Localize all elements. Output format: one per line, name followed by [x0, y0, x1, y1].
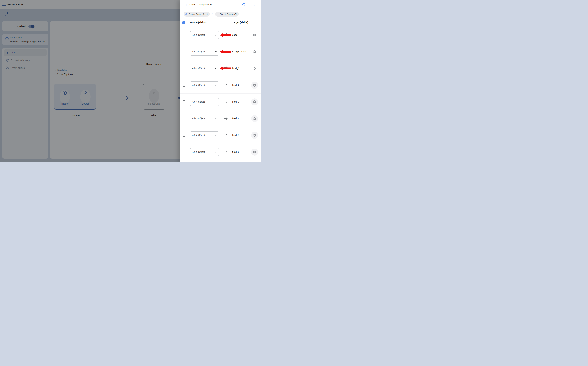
- screen: Fracttal Hub Enabled Information You hav…: [0, 0, 261, 162]
- field-settings-button[interactable]: [251, 115, 258, 122]
- target-field-name: id_type_item: [232, 50, 246, 53]
- field-mapping-row: All -> Object field_1: [180, 60, 261, 77]
- source-field-dropdown[interactable]: All -> Object: [190, 48, 219, 56]
- mapping-arrow-icon: [224, 134, 228, 137]
- target-field-name: field_3: [232, 100, 239, 103]
- chevron-down-icon: [215, 135, 217, 136]
- dropdown-value: All -> Object: [192, 84, 205, 86]
- row-checkbox[interactable]: [183, 117, 185, 120]
- gear-icon: [253, 84, 256, 87]
- row-checkbox[interactable]: [183, 134, 185, 137]
- chevron-down-icon: [215, 52, 217, 53]
- target-field-name: field_4: [232, 117, 239, 120]
- source-field-dropdown[interactable]: All -> Object: [190, 98, 219, 106]
- mapping-arrow-icon: [224, 151, 228, 154]
- red-annotation-arrow: [220, 49, 231, 54]
- source-field-dropdown[interactable]: All -> Object: [190, 31, 219, 39]
- drawer-header: Fields Configuration: [180, 0, 261, 9]
- mapping-arrow-icon: [224, 117, 228, 120]
- field-settings-button[interactable]: [251, 132, 258, 139]
- overlay-scrim[interactable]: [0, 0, 180, 162]
- dropdown-value: All -> Object: [192, 134, 205, 137]
- gear-icon: [253, 67, 256, 70]
- confirm-check-icon[interactable]: [253, 3, 256, 7]
- field-settings-button[interactable]: [251, 99, 258, 106]
- target-field-name: field_1: [232, 67, 239, 70]
- chevron-down-icon: [215, 68, 217, 69]
- red-annotation-arrow: [220, 66, 231, 71]
- gear-icon: [253, 33, 256, 37]
- target-field-name: code: [232, 34, 237, 36]
- download-icon: [217, 13, 219, 15]
- row-checkbox[interactable]: [183, 100, 185, 103]
- dropdown-value: All -> Object: [192, 50, 205, 53]
- field-mapping-row: All -> Object code: [180, 27, 261, 44]
- red-annotation-arrow: [220, 33, 231, 38]
- field-mapping-row: All -> Object id_type_item: [180, 44, 261, 60]
- connection-chips: Source: Google Sheet Target: Fracttal AP…: [184, 12, 239, 17]
- history-icon[interactable]: [242, 3, 246, 7]
- target-chip-label: Target: Fracttal API: [220, 13, 236, 15]
- field-settings-button[interactable]: [251, 48, 258, 55]
- source-chip[interactable]: Source: Google Sheet: [184, 12, 210, 17]
- gear-icon: [253, 100, 256, 104]
- field-mapping-row: All -> Object field_6: [180, 144, 261, 160]
- chevron-down-icon: [215, 102, 217, 103]
- chevron-left-icon[interactable]: [185, 3, 188, 6]
- chevron-down-icon: [215, 152, 217, 153]
- chevron-down-icon: [215, 35, 217, 36]
- fields-configuration-drawer: Fields Configuration Source: Google Shee…: [180, 0, 261, 162]
- mapping-arrow-icon: [224, 100, 228, 104]
- target-field-name: field_2: [232, 84, 239, 86]
- source-chip-label: Source: Google Sheet: [189, 13, 208, 15]
- source-fields-column-header: Source (Fields): [190, 21, 206, 24]
- gear-icon: [253, 134, 256, 137]
- field-settings-button[interactable]: [251, 149, 258, 156]
- field-settings-button[interactable]: [251, 82, 258, 89]
- gear-icon: [253, 150, 256, 154]
- source-field-dropdown[interactable]: All -> Object: [190, 82, 219, 89]
- target-fields-column-header: Target (Fields): [232, 21, 248, 24]
- row-checkbox[interactable]: [183, 84, 185, 87]
- gear-icon: [253, 117, 256, 121]
- upload-icon: [185, 13, 188, 15]
- fields-table-header: Source (Fields) Target (Fields): [180, 19, 261, 27]
- target-field-name: field_6: [232, 151, 239, 153]
- gear-icon: [253, 50, 256, 53]
- source-field-dropdown[interactable]: All -> Object: [190, 131, 219, 139]
- field-mapping-row: All -> Object field_2: [180, 77, 261, 94]
- select-all-checkbox[interactable]: [183, 21, 185, 24]
- chevron-down-icon: [215, 118, 217, 119]
- mapping-arrow-icon: [224, 84, 228, 87]
- dropdown-value: All -> Object: [192, 100, 205, 103]
- chevron-down-icon: [215, 85, 217, 86]
- field-settings-button[interactable]: [251, 65, 258, 72]
- drawer-title: Fields Configuration: [190, 3, 212, 6]
- field-mapping-row: All -> Object field_4: [180, 110, 261, 127]
- source-field-dropdown[interactable]: All -> Object: [190, 65, 219, 72]
- chip-arrow-icon: [211, 13, 214, 15]
- dropdown-value: All -> Object: [192, 117, 205, 120]
- field-rows: All -> Object code All -> Object id_type…: [180, 27, 261, 160]
- dropdown-value: All -> Object: [192, 67, 205, 70]
- target-chip[interactable]: Target: Fracttal API: [215, 12, 239, 17]
- source-field-dropdown[interactable]: All -> Object: [190, 148, 219, 156]
- target-field-name: field_5: [232, 134, 239, 137]
- field-mapping-row: All -> Object field_3: [180, 94, 261, 110]
- dropdown-value: All -> Object: [192, 151, 205, 153]
- source-field-dropdown[interactable]: All -> Object: [190, 115, 219, 122]
- field-settings-button[interactable]: [251, 32, 258, 39]
- field-mapping-row: All -> Object field_5: [180, 127, 261, 144]
- row-checkbox[interactable]: [183, 151, 185, 153]
- dropdown-value: All -> Object: [192, 34, 205, 36]
